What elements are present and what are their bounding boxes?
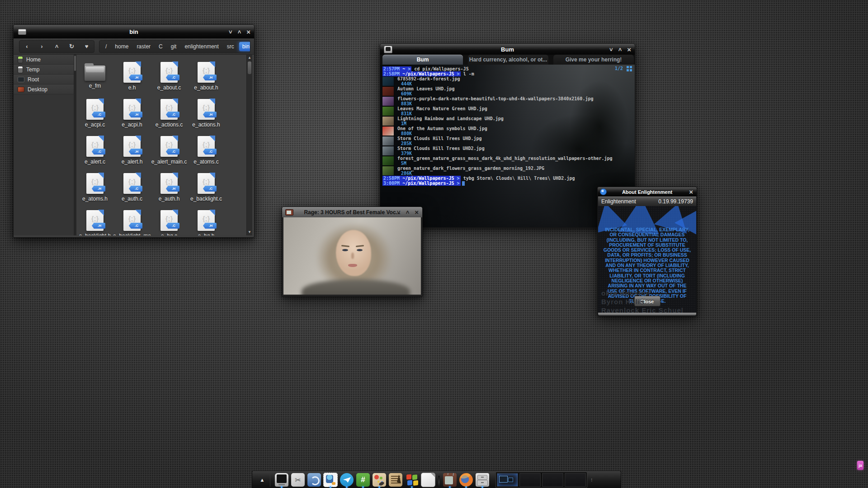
shade-icon[interactable]: ˅: [397, 209, 401, 215]
video-titlebar[interactable]: Rage: 3 HOURS of Best Female Voc... ˅ ˄ …: [282, 207, 422, 217]
file-e_actions.c[interactable]: .Ce_actions.c: [151, 99, 188, 136]
dock-libreoffice-icon[interactable]: [420, 471, 436, 488]
dock-telegram-icon[interactable]: [339, 471, 354, 488]
favorites-icon[interactable]: ♥: [79, 43, 94, 50]
video-window[interactable]: Rage: 3 HOURS of Best Female Voc... ˅ ˄ …: [282, 206, 423, 297]
back-icon[interactable]: ‹: [19, 43, 34, 50]
dock-wine-icon[interactable]: [404, 471, 420, 488]
scroll-down-icon[interactable]: ▼: [247, 230, 252, 235]
desktop[interactable]: bin ˅ ˄ × ‹ › ˄ ↻ ♥ /homerasterCgitenlig…: [0, 0, 868, 488]
crumb-root[interactable]: /: [102, 42, 110, 51]
terminal-tab[interactable]: Bum: [382, 55, 463, 65]
terminal-file-entry: 6785892-dark-forest.jpg444K: [382, 76, 633, 86]
file-e_atoms.c[interactable]: .Ce_atoms.c: [188, 136, 225, 173]
close-icon[interactable]: ×: [415, 209, 419, 216]
terminal-tabbar: BumHard currency, alcohol, or ot...Give …: [380, 55, 635, 65]
file-e_acpi.c[interactable]: .Ce_acpi.c: [76, 99, 113, 136]
file-e_auth.c[interactable]: .Ce_auth.c: [113, 173, 151, 210]
file-e_atoms.h[interactable]: .He_atoms.h: [76, 173, 113, 210]
portrait-nose: [351, 253, 354, 259]
crumb-src[interactable]: src: [224, 42, 237, 51]
sidebar-item-desktop[interactable]: Desktop: [14, 84, 74, 94]
pager-desk-2[interactable]: [519, 473, 541, 487]
file-e_about.c[interactable]: .Ce_about.c: [151, 62, 188, 99]
dock-blue-swirl-app-icon[interactable]: [307, 471, 322, 488]
terminal-file-entry: Leaves Macro Nature Green UHD.jpg831K: [382, 106, 633, 116]
close-icon[interactable]: ×: [689, 188, 693, 195]
about-dialog[interactable]: About Enlightenment × Enlightenment 0.19…: [597, 187, 697, 316]
file-e_backlight_ma[interactable]: .Ce_backlight_ma: [113, 210, 151, 235]
maximize-icon[interactable]: ˄: [406, 209, 410, 215]
launcher-arrow-icon[interactable]: ▲: [255, 473, 270, 487]
scroll-thumb[interactable]: [248, 61, 251, 74]
crumb-enlightenment[interactable]: enlightenment: [181, 42, 222, 51]
file-e_auth.h[interactable]: .He_auth.h: [151, 173, 188, 210]
file-e_alert.c[interactable]: .Ce_alert.c: [76, 136, 113, 173]
tray-indicator-icon[interactable]: ja: [857, 461, 863, 470]
pager-desk-3[interactable]: [542, 473, 563, 487]
sidebar-item-home[interactable]: Home: [14, 55, 74, 65]
fm-sidebar: HomeTempRootDesktop: [14, 55, 74, 235]
tab-grid-icon[interactable]: [627, 66, 632, 71]
pager-desk-1[interactable]: [497, 473, 518, 487]
dock-firefox-icon[interactable]: [458, 471, 474, 488]
crumb-raster[interactable]: raster: [133, 42, 154, 51]
file-e_bg.c[interactable]: .Ce_bg.c: [151, 210, 188, 235]
file-e_actions.h[interactable]: .He_actions.h: [188, 99, 225, 136]
close-icon[interactable]: ×: [627, 46, 631, 53]
fm-titlebar[interactable]: bin ˅ ˄ ×: [14, 25, 254, 38]
dock-claws-mail-icon[interactable]: [323, 471, 338, 488]
file-e_bg.h[interactable]: .He_bg.h: [188, 210, 225, 235]
source-file-icon: .C: [160, 136, 178, 157]
file-e_backlight.h[interactable]: .He_backlight.h: [76, 210, 113, 235]
about-titlebar[interactable]: About Enlightenment ×: [598, 187, 697, 197]
dock-scissors-app-icon[interactable]: [290, 471, 306, 488]
dock-file-manager-icon[interactable]: [475, 471, 490, 488]
file-e_acpi.h[interactable]: .He_acpi.h: [113, 99, 151, 136]
source-file-icon: .H: [198, 62, 215, 83]
refresh-icon[interactable]: ↻: [64, 43, 79, 50]
overflow-dots-icon[interactable]: ⁝: [591, 479, 593, 481]
file-e_about.h[interactable]: .He_about.h: [188, 62, 225, 99]
breadcrumb: /homerasterCgitenlightenmentsrcbin: [99, 40, 250, 53]
terminal-titlebar[interactable]: Bum ˅ ˄ ×: [380, 44, 635, 55]
dock-shelf: ▲ # ⁝: [252, 471, 621, 488]
dock-sketch-app-icon[interactable]: [388, 471, 403, 488]
pager-desk-4[interactable]: [565, 473, 586, 487]
file-e_alert_main.c[interactable]: .Ce_alert_main.c: [151, 136, 188, 173]
terminal-tab[interactable]: Hard currency, alcohol, or ot...: [468, 55, 548, 65]
shade-icon[interactable]: ˅: [609, 47, 613, 52]
dock-hexchat-icon[interactable]: #: [355, 471, 371, 488]
dock-graphics-app-icon[interactable]: [372, 471, 387, 488]
sidebar-item-temp[interactable]: Temp: [14, 65, 74, 75]
fm-scrollbar[interactable]: ▲ ▼: [246, 55, 252, 235]
dock-terminology-icon[interactable]: [274, 471, 289, 488]
up-icon[interactable]: ˄: [49, 43, 64, 50]
crumb-git[interactable]: git: [168, 42, 180, 51]
maximize-icon[interactable]: ˄: [238, 29, 241, 35]
about-body: INCIDENTAL, SPECIAL, EXEMPLARY,OR CONSEQ…: [598, 206, 696, 313]
thumbnail-icon: [382, 87, 394, 96]
portrait-eye: [342, 249, 348, 251]
dock-rage-player-icon[interactable]: [442, 471, 458, 488]
file-e.h[interactable]: .He.h: [113, 62, 151, 99]
forward-icon[interactable]: ›: [34, 43, 49, 50]
running-indicator: [281, 486, 283, 488]
terminal-body[interactable]: 2:57PM ~ > cd pix/Wallpapers-JS2:58PM ~/…: [380, 65, 635, 227]
scroll-up-icon[interactable]: ▲: [247, 55, 252, 61]
file-e_fm[interactable]: e_fm: [76, 62, 113, 99]
terminal-tab[interactable]: Give me your herring!: [553, 55, 634, 65]
sidebar-item-root[interactable]: Root: [14, 75, 74, 84]
crumb-home[interactable]: home: [112, 42, 132, 51]
close-icon[interactable]: ×: [246, 28, 250, 35]
file-e_alert.h[interactable]: .He_alert.h: [113, 136, 151, 173]
tab-page-indicator: 1/2: [615, 66, 623, 71]
fm-file-area[interactable]: e_fm.He.h.Ce_about.c.He_about.h.Ce_acpi.…: [76, 55, 247, 235]
file-manager-window[interactable]: bin ˅ ˄ × ‹ › ˄ ↻ ♥ /homerasterCgitenlig…: [13, 24, 255, 238]
video-content[interactable]: [283, 217, 421, 295]
crumb-C[interactable]: C: [156, 42, 166, 51]
crumb-bin[interactable]: bin: [239, 42, 250, 51]
maximize-icon[interactable]: ˄: [618, 47, 622, 52]
shade-icon[interactable]: ˅: [229, 29, 232, 35]
file-e_backlight.c[interactable]: .Ce_backlight.c: [188, 173, 225, 210]
